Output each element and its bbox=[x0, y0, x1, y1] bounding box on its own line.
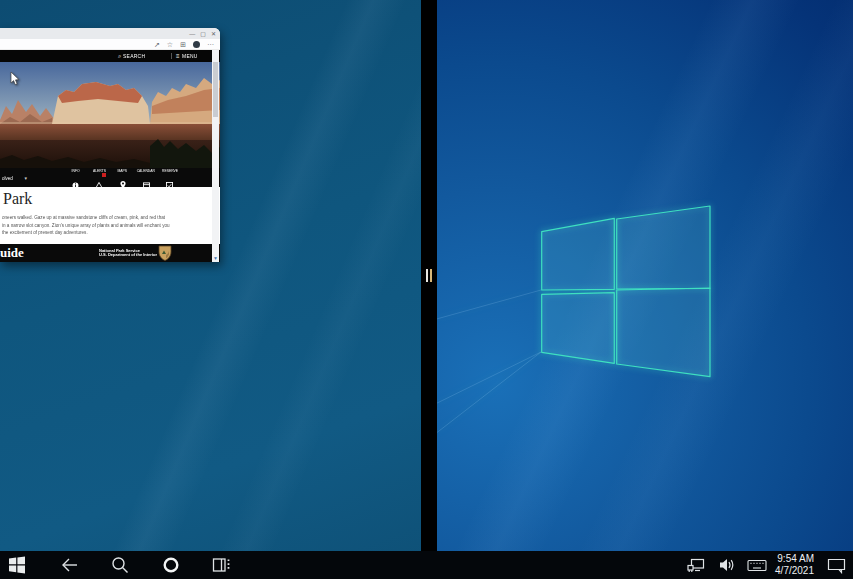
network-tray-button[interactable] bbox=[684, 553, 708, 577]
nav-label-alerts: ALERTS bbox=[93, 169, 106, 171]
park-nav-strip: olved ▾ INFO ALERTS bbox=[0, 168, 220, 187]
nav-label-reserve: RESERVE bbox=[162, 169, 178, 171]
nps-agency-text: National Park Service U.S. Department of… bbox=[99, 248, 199, 257]
chevron-down-icon: ▾ bbox=[25, 175, 28, 181]
multitask-split-button[interactable] bbox=[210, 553, 234, 577]
nav-label-info: INFO bbox=[72, 169, 80, 171]
search-button[interactable] bbox=[108, 553, 132, 577]
split-screen-icon bbox=[212, 556, 232, 574]
header-divider bbox=[171, 53, 172, 59]
speaker-icon bbox=[718, 557, 736, 573]
scroll-down-icon[interactable]: ▼ bbox=[212, 255, 219, 261]
clock-time: 9:54 AM bbox=[760, 553, 814, 565]
browser-toolbar: ↗ ☆ ⊞ ⋯ bbox=[0, 39, 220, 50]
park-heading: Park bbox=[3, 190, 32, 208]
speech-bubble-icon bbox=[827, 557, 846, 574]
page-content: Park oneers walked. Gaze up at massive s… bbox=[0, 187, 220, 244]
paragraph-line: in a narrow slot canyon. Zion's unique a… bbox=[2, 222, 204, 230]
nav-label-calendar: CALENDAR bbox=[137, 169, 155, 171]
profile-avatar[interactable] bbox=[193, 41, 200, 48]
alert-badge bbox=[102, 173, 106, 177]
menu-label: MENU bbox=[182, 53, 198, 59]
site-search-button[interactable]: ⌕ SEARCH bbox=[118, 50, 164, 62]
handle-bar bbox=[426, 269, 428, 282]
mouse-cursor bbox=[10, 72, 20, 90]
volume-tray-button[interactable] bbox=[715, 553, 739, 577]
paragraph-line: oneers walked. Gaze up at massive sandst… bbox=[2, 214, 204, 222]
action-center-button[interactable] bbox=[824, 553, 848, 577]
nps-arrowhead-logo bbox=[158, 245, 172, 265]
collections-icon[interactable]: ⊞ bbox=[180, 41, 186, 48]
toolbar-icons: ↗ ☆ ⊞ ⋯ bbox=[154, 39, 214, 50]
windows-logo-icon bbox=[8, 556, 26, 574]
edge-browser-window[interactable]: — ▢ ✕ ↗ ☆ ⊞ ⋯ ⌕ SEARCH ≡ MENU bbox=[0, 28, 220, 262]
share-icon[interactable]: ↗ bbox=[154, 41, 160, 48]
windows-logo-wallpaper bbox=[437, 0, 853, 579]
divider-drag-handle[interactable] bbox=[421, 266, 437, 284]
taskbar-clock[interactable]: 9:54 AM 4/7/2021 bbox=[760, 553, 814, 577]
search-icon bbox=[111, 556, 129, 574]
nav-label-maps: MAPS bbox=[118, 169, 128, 171]
maximize-button[interactable]: ▢ bbox=[200, 31, 206, 37]
right-desktop-wallpaper[interactable] bbox=[437, 0, 853, 579]
window-titlebar[interactable]: — ▢ ✕ bbox=[0, 28, 220, 39]
favorites-star-icon[interactable]: ☆ bbox=[167, 41, 173, 48]
paragraph-line: the excitement of present day adventures… bbox=[2, 229, 204, 237]
nav-involved-label: olved bbox=[2, 176, 13, 181]
close-button[interactable]: ✕ bbox=[211, 31, 216, 37]
handle-bar bbox=[430, 269, 432, 282]
taskbar: 9:54 AM 4/7/2021 bbox=[0, 551, 853, 579]
window-controls: — ▢ ✕ bbox=[189, 28, 216, 39]
search-label: SEARCH bbox=[123, 53, 145, 59]
park-paragraph: oneers walked. Gaze up at massive sandst… bbox=[2, 214, 204, 237]
browser-scrollbar[interactable]: ▼ bbox=[212, 50, 219, 262]
task-switcher-button[interactable] bbox=[159, 553, 183, 577]
nav-involved-dropdown[interactable]: olved ▾ bbox=[2, 173, 27, 183]
ethernet-network-icon bbox=[687, 557, 706, 574]
guide-masthead: uide bbox=[0, 245, 24, 261]
scrollbar-thumb[interactable] bbox=[213, 62, 218, 117]
screen-divider bbox=[421, 0, 437, 579]
circle-icon bbox=[162, 556, 180, 574]
more-options-icon[interactable]: ⋯ bbox=[207, 41, 214, 48]
menu-icon: ≡ bbox=[176, 53, 180, 59]
minimize-button[interactable]: — bbox=[189, 31, 195, 37]
zion-hero-photo bbox=[0, 62, 220, 168]
back-button[interactable] bbox=[57, 553, 81, 577]
clock-date: 4/7/2021 bbox=[760, 565, 814, 577]
nps-agency-line2: U.S. Department of the Interior bbox=[99, 253, 199, 258]
back-arrow-icon bbox=[60, 556, 79, 574]
nps-banner[interactable]: uide National Park Service U.S. Departme… bbox=[0, 244, 220, 262]
search-icon: ⌕ bbox=[118, 53, 121, 60]
dual-screen-desktop: — ▢ ✕ ↗ ☆ ⊞ ⋯ ⌕ SEARCH ≡ MENU bbox=[0, 0, 853, 579]
nps-site-header: ⌕ SEARCH ≡ MENU bbox=[0, 50, 220, 62]
site-menu-button[interactable]: ≡ MENU bbox=[176, 50, 210, 62]
start-button[interactable] bbox=[5, 553, 29, 577]
